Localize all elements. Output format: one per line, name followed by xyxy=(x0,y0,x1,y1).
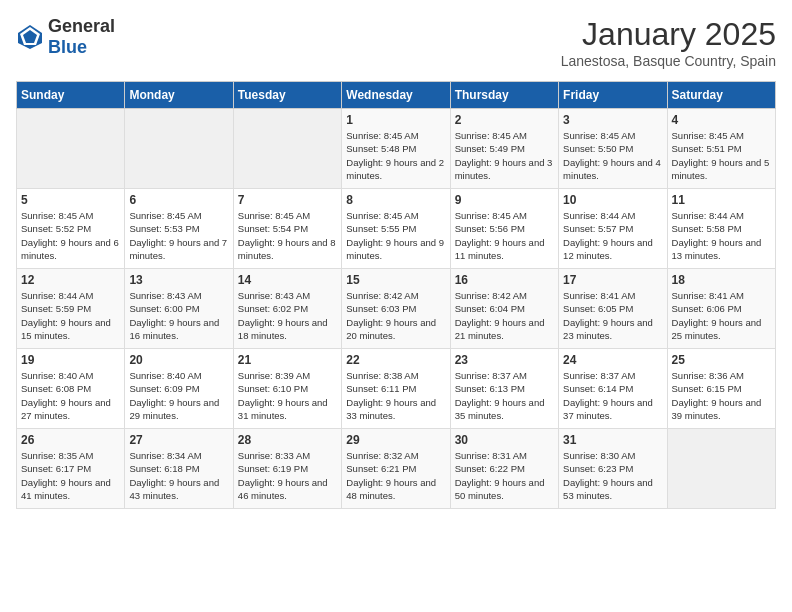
day-info: Sunrise: 8:42 AM Sunset: 6:03 PM Dayligh… xyxy=(346,289,445,342)
day-info: Sunrise: 8:42 AM Sunset: 6:04 PM Dayligh… xyxy=(455,289,554,342)
calendar-cell: 14Sunrise: 8:43 AM Sunset: 6:02 PM Dayli… xyxy=(233,269,341,349)
day-number: 26 xyxy=(21,433,120,447)
day-number: 5 xyxy=(21,193,120,207)
day-number: 21 xyxy=(238,353,337,367)
calendar-cell: 27Sunrise: 8:34 AM Sunset: 6:18 PM Dayli… xyxy=(125,429,233,509)
day-info: Sunrise: 8:43 AM Sunset: 6:00 PM Dayligh… xyxy=(129,289,228,342)
calendar-cell: 17Sunrise: 8:41 AM Sunset: 6:05 PM Dayli… xyxy=(559,269,667,349)
day-info: Sunrise: 8:43 AM Sunset: 6:02 PM Dayligh… xyxy=(238,289,337,342)
day-info: Sunrise: 8:35 AM Sunset: 6:17 PM Dayligh… xyxy=(21,449,120,502)
calendar-cell: 29Sunrise: 8:32 AM Sunset: 6:21 PM Dayli… xyxy=(342,429,450,509)
header-day-tuesday: Tuesday xyxy=(233,82,341,109)
calendar-cell xyxy=(667,429,775,509)
day-info: Sunrise: 8:41 AM Sunset: 6:06 PM Dayligh… xyxy=(672,289,771,342)
day-info: Sunrise: 8:44 AM Sunset: 5:57 PM Dayligh… xyxy=(563,209,662,262)
calendar-cell: 31Sunrise: 8:30 AM Sunset: 6:23 PM Dayli… xyxy=(559,429,667,509)
calendar-cell: 23Sunrise: 8:37 AM Sunset: 6:13 PM Dayli… xyxy=(450,349,558,429)
day-info: Sunrise: 8:37 AM Sunset: 6:14 PM Dayligh… xyxy=(563,369,662,422)
calendar-cell: 9Sunrise: 8:45 AM Sunset: 5:56 PM Daylig… xyxy=(450,189,558,269)
day-info: Sunrise: 8:45 AM Sunset: 5:52 PM Dayligh… xyxy=(21,209,120,262)
calendar-cell: 22Sunrise: 8:38 AM Sunset: 6:11 PM Dayli… xyxy=(342,349,450,429)
day-info: Sunrise: 8:32 AM Sunset: 6:21 PM Dayligh… xyxy=(346,449,445,502)
calendar-cell: 3Sunrise: 8:45 AM Sunset: 5:50 PM Daylig… xyxy=(559,109,667,189)
day-number: 20 xyxy=(129,353,228,367)
day-number: 4 xyxy=(672,113,771,127)
day-info: Sunrise: 8:45 AM Sunset: 5:50 PM Dayligh… xyxy=(563,129,662,182)
calendar-cell: 10Sunrise: 8:44 AM Sunset: 5:57 PM Dayli… xyxy=(559,189,667,269)
day-number: 11 xyxy=(672,193,771,207)
day-info: Sunrise: 8:34 AM Sunset: 6:18 PM Dayligh… xyxy=(129,449,228,502)
day-info: Sunrise: 8:45 AM Sunset: 5:53 PM Dayligh… xyxy=(129,209,228,262)
day-info: Sunrise: 8:45 AM Sunset: 5:56 PM Dayligh… xyxy=(455,209,554,262)
day-number: 31 xyxy=(563,433,662,447)
day-number: 19 xyxy=(21,353,120,367)
day-info: Sunrise: 8:41 AM Sunset: 6:05 PM Dayligh… xyxy=(563,289,662,342)
calendar-cell: 11Sunrise: 8:44 AM Sunset: 5:58 PM Dayli… xyxy=(667,189,775,269)
day-info: Sunrise: 8:31 AM Sunset: 6:22 PM Dayligh… xyxy=(455,449,554,502)
calendar-cell: 5Sunrise: 8:45 AM Sunset: 5:52 PM Daylig… xyxy=(17,189,125,269)
logo-text-general: General xyxy=(48,16,115,36)
day-info: Sunrise: 8:38 AM Sunset: 6:11 PM Dayligh… xyxy=(346,369,445,422)
calendar-cell: 30Sunrise: 8:31 AM Sunset: 6:22 PM Dayli… xyxy=(450,429,558,509)
day-number: 12 xyxy=(21,273,120,287)
day-info: Sunrise: 8:36 AM Sunset: 6:15 PM Dayligh… xyxy=(672,369,771,422)
calendar-cell xyxy=(233,109,341,189)
day-info: Sunrise: 8:45 AM Sunset: 5:55 PM Dayligh… xyxy=(346,209,445,262)
header-day-monday: Monday xyxy=(125,82,233,109)
day-number: 3 xyxy=(563,113,662,127)
calendar-cell: 19Sunrise: 8:40 AM Sunset: 6:08 PM Dayli… xyxy=(17,349,125,429)
day-info: Sunrise: 8:33 AM Sunset: 6:19 PM Dayligh… xyxy=(238,449,337,502)
week-row-1: 1Sunrise: 8:45 AM Sunset: 5:48 PM Daylig… xyxy=(17,109,776,189)
day-number: 24 xyxy=(563,353,662,367)
day-number: 17 xyxy=(563,273,662,287)
calendar-cell: 12Sunrise: 8:44 AM Sunset: 5:59 PM Dayli… xyxy=(17,269,125,349)
day-number: 7 xyxy=(238,193,337,207)
day-number: 29 xyxy=(346,433,445,447)
calendar-cell: 18Sunrise: 8:41 AM Sunset: 6:06 PM Dayli… xyxy=(667,269,775,349)
calendar-cell: 7Sunrise: 8:45 AM Sunset: 5:54 PM Daylig… xyxy=(233,189,341,269)
day-number: 1 xyxy=(346,113,445,127)
calendar-cell: 1Sunrise: 8:45 AM Sunset: 5:48 PM Daylig… xyxy=(342,109,450,189)
day-number: 22 xyxy=(346,353,445,367)
week-row-4: 19Sunrise: 8:40 AM Sunset: 6:08 PM Dayli… xyxy=(17,349,776,429)
header-day-wednesday: Wednesday xyxy=(342,82,450,109)
day-number: 9 xyxy=(455,193,554,207)
header-day-thursday: Thursday xyxy=(450,82,558,109)
logo-text-blue: Blue xyxy=(48,37,87,57)
day-number: 14 xyxy=(238,273,337,287)
header-day-friday: Friday xyxy=(559,82,667,109)
calendar-cell: 6Sunrise: 8:45 AM Sunset: 5:53 PM Daylig… xyxy=(125,189,233,269)
day-info: Sunrise: 8:40 AM Sunset: 6:09 PM Dayligh… xyxy=(129,369,228,422)
day-number: 15 xyxy=(346,273,445,287)
calendar-cell: 15Sunrise: 8:42 AM Sunset: 6:03 PM Dayli… xyxy=(342,269,450,349)
calendar-cell xyxy=(17,109,125,189)
day-info: Sunrise: 8:40 AM Sunset: 6:08 PM Dayligh… xyxy=(21,369,120,422)
week-row-3: 12Sunrise: 8:44 AM Sunset: 5:59 PM Dayli… xyxy=(17,269,776,349)
day-info: Sunrise: 8:45 AM Sunset: 5:51 PM Dayligh… xyxy=(672,129,771,182)
title-area: January 2025 Lanestosa, Basque Country, … xyxy=(561,16,776,69)
day-number: 18 xyxy=(672,273,771,287)
day-info: Sunrise: 8:44 AM Sunset: 5:59 PM Dayligh… xyxy=(21,289,120,342)
calendar-cell: 2Sunrise: 8:45 AM Sunset: 5:49 PM Daylig… xyxy=(450,109,558,189)
week-row-5: 26Sunrise: 8:35 AM Sunset: 6:17 PM Dayli… xyxy=(17,429,776,509)
calendar-cell: 21Sunrise: 8:39 AM Sunset: 6:10 PM Dayli… xyxy=(233,349,341,429)
header-day-sunday: Sunday xyxy=(17,82,125,109)
calendar-cell xyxy=(125,109,233,189)
calendar-cell: 13Sunrise: 8:43 AM Sunset: 6:00 PM Dayli… xyxy=(125,269,233,349)
calendar-cell: 28Sunrise: 8:33 AM Sunset: 6:19 PM Dayli… xyxy=(233,429,341,509)
day-info: Sunrise: 8:45 AM Sunset: 5:48 PM Dayligh… xyxy=(346,129,445,182)
day-number: 6 xyxy=(129,193,228,207)
calendar-cell: 16Sunrise: 8:42 AM Sunset: 6:04 PM Dayli… xyxy=(450,269,558,349)
calendar-cell: 25Sunrise: 8:36 AM Sunset: 6:15 PM Dayli… xyxy=(667,349,775,429)
day-number: 25 xyxy=(672,353,771,367)
day-number: 30 xyxy=(455,433,554,447)
day-number: 8 xyxy=(346,193,445,207)
day-number: 2 xyxy=(455,113,554,127)
calendar-cell: 24Sunrise: 8:37 AM Sunset: 6:14 PM Dayli… xyxy=(559,349,667,429)
header-row: SundayMondayTuesdayWednesdayThursdayFrid… xyxy=(17,82,776,109)
day-number: 27 xyxy=(129,433,228,447)
calendar-table: SundayMondayTuesdayWednesdayThursdayFrid… xyxy=(16,81,776,509)
day-number: 16 xyxy=(455,273,554,287)
calendar-cell: 4Sunrise: 8:45 AM Sunset: 5:51 PM Daylig… xyxy=(667,109,775,189)
week-row-2: 5Sunrise: 8:45 AM Sunset: 5:52 PM Daylig… xyxy=(17,189,776,269)
